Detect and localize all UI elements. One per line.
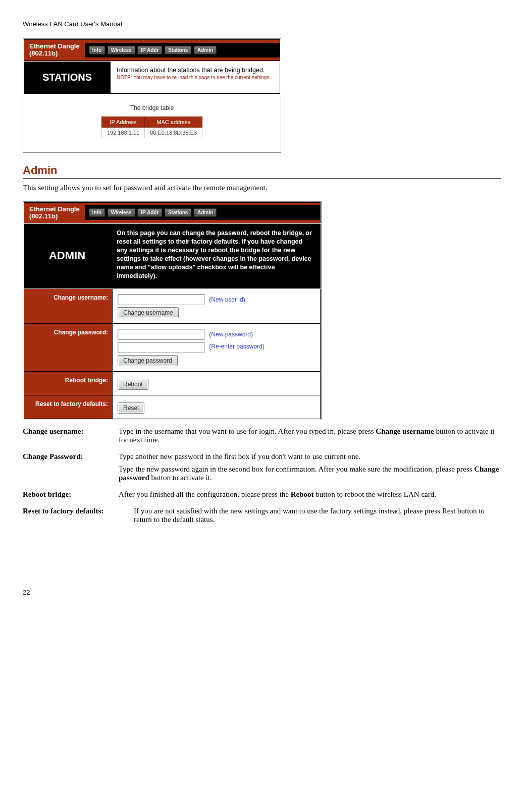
text: button to reboot the wireless LAN card. xyxy=(314,490,436,498)
bold: Change username xyxy=(376,427,434,435)
def-body: After you finished all the configuration… xyxy=(119,490,501,503)
col-ip: IP Address xyxy=(101,117,144,127)
text: Type in the username that you want to us… xyxy=(119,427,376,435)
page-banner-admin: ADMIN xyxy=(24,224,111,288)
reboot-button[interactable]: Reboot xyxy=(118,379,148,390)
tab-stations[interactable]: Stations xyxy=(165,46,191,54)
label-change-password: Change password: xyxy=(24,324,113,371)
text: button to activate it. xyxy=(149,474,212,482)
tab-ipaddr[interactable]: IP Addr xyxy=(137,208,162,217)
banner-text: On this page you can change the password… xyxy=(117,229,312,279)
tab-admin[interactable]: Admin xyxy=(194,46,217,54)
label-change-username: Change username: xyxy=(24,289,113,323)
label-reboot: Reboot bridge: xyxy=(24,372,113,395)
def-reset: Reset to factory defaults: If you are no… xyxy=(23,507,501,528)
table-row: 192.168.1.11 00:E0:18:8D:38:E3 xyxy=(101,127,202,138)
username-field[interactable] xyxy=(118,294,204,305)
device-title-line1: Ethernet Dangle xyxy=(29,205,80,213)
tab-wireless[interactable]: Wireless xyxy=(108,46,135,54)
hint-re-pass: (Re-enter password) xyxy=(209,343,264,350)
col-mac: MAC address xyxy=(145,117,202,127)
text: If you are not satisfied with the new se… xyxy=(134,507,501,524)
def-change-password: Change Password: Type another new passwo… xyxy=(23,452,501,486)
admin-screenshot: Ethernet Dangle (802.11b) Info Wireless … xyxy=(23,201,322,421)
tab-bar: Info Wireless IP Addr Stations Admin xyxy=(85,43,280,57)
def-change-username: Change username: Type in the username th… xyxy=(23,427,501,448)
tab-info[interactable]: Info xyxy=(89,208,105,217)
bridge-table-caption: The bridge table xyxy=(23,104,281,111)
device-title-line2: (802.11b) xyxy=(29,49,58,57)
hint-new-user: (New user id) xyxy=(209,296,245,303)
def-reboot: Reboot bridge: After you finished all th… xyxy=(23,490,501,503)
def-term: Reboot bridge: xyxy=(23,490,119,503)
banner-description: Information about the stations that are … xyxy=(111,62,280,94)
def-term: Change username: xyxy=(23,427,119,448)
device-title-line1: Ethernet Dangle xyxy=(29,42,80,50)
change-username-button[interactable]: Change username xyxy=(118,307,179,318)
section-title-admin: Admin xyxy=(23,164,501,179)
device-title: Ethernet Dangle (802.11b) xyxy=(24,203,85,223)
def-body: Type another new password in the first b… xyxy=(119,452,501,486)
page-banner-stations: STATIONS xyxy=(24,62,111,94)
tab-admin[interactable]: Admin xyxy=(194,208,217,217)
device-title-line2: (802.11b) xyxy=(29,212,58,220)
tab-wireless[interactable]: Wireless xyxy=(108,208,135,217)
bold: Reboot xyxy=(291,490,314,498)
cell-ip: 192.168.1.11 xyxy=(101,127,144,138)
text: Type another new password in the first b… xyxy=(119,452,501,461)
text: After you finished all the configuration… xyxy=(119,490,291,498)
stations-screenshot: Ethernet Dangle (802.11b) Info Wireless … xyxy=(23,38,281,153)
tab-ipaddr[interactable]: IP Addr xyxy=(137,46,162,54)
password-confirm-field[interactable] xyxy=(118,342,204,353)
banner-text: Information about the stations that are … xyxy=(117,67,265,74)
reset-button[interactable]: Reset xyxy=(118,402,144,414)
text: Type the new password again in the secon… xyxy=(119,465,474,473)
label-reset: Reset to factory defaults: xyxy=(24,395,113,419)
hint-new-pass: (New password) xyxy=(209,331,253,338)
def-term: Reset to factory defaults: xyxy=(23,507,134,528)
tab-bar: Info Wireless IP Addr Stations Admin xyxy=(85,205,320,220)
cell-mac: 00:E0:18:8D:38:E3 xyxy=(145,127,202,138)
def-body: Type in the username that you want to us… xyxy=(119,427,501,448)
password-field[interactable] xyxy=(118,329,204,340)
banner-description: On this page you can change the password… xyxy=(111,224,320,288)
bridge-table: IP Address MAC address 192.168.1.11 00:E… xyxy=(101,117,202,138)
banner-note: NOTE: You may have to re-load this page … xyxy=(117,75,271,80)
device-title: Ethernet Dangle (802.11b) xyxy=(24,40,85,61)
def-term: Change Password: xyxy=(23,452,119,486)
tab-stations[interactable]: Stations xyxy=(165,208,191,217)
def-body: If you are not satisfied with the new se… xyxy=(134,507,501,528)
tab-info[interactable]: Info xyxy=(89,46,105,54)
doc-header: Wireless LAN Card User's Manual xyxy=(23,20,501,29)
page-number: 22 xyxy=(23,589,501,596)
change-password-button[interactable]: Change password xyxy=(118,355,178,366)
section-intro: This setting allows you to set for passw… xyxy=(23,184,501,192)
